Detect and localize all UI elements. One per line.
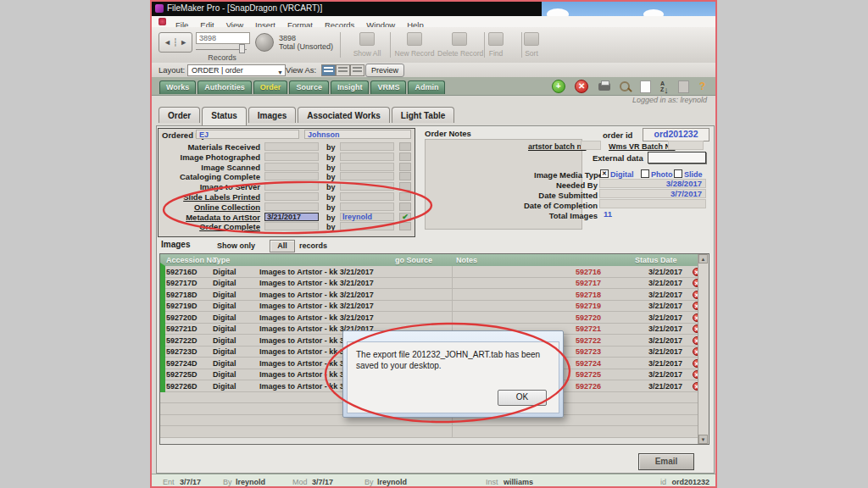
status-checkbox[interactable] bbox=[399, 152, 411, 161]
media-checkbox-slide[interactable] bbox=[674, 169, 682, 178]
show-all-records-button[interactable]: All bbox=[270, 240, 295, 252]
artstor-batch-label[interactable]: artstor batch no bbox=[528, 142, 587, 151]
status-date-field[interactable] bbox=[264, 172, 319, 180]
printer-icon[interactable] bbox=[598, 83, 610, 91]
status-checkbox[interactable] bbox=[399, 163, 411, 171]
nav-tab-vrms[interactable]: VRMS bbox=[370, 80, 406, 94]
status-by-field[interactable] bbox=[340, 222, 394, 230]
status-row-label[interactable]: Online Collection bbox=[159, 202, 260, 212]
scroll-up-icon[interactable]: ▲ bbox=[698, 254, 708, 263]
form-view-button[interactable] bbox=[321, 64, 336, 76]
record-slider[interactable] bbox=[196, 47, 247, 50]
wms-batch-label[interactable]: Wms VR Batch No bbox=[609, 142, 676, 151]
table-row[interactable]: 592719DDigitalImages to Artstor - kk 3/2… bbox=[160, 301, 699, 313]
status-row-label[interactable]: Order Complete bbox=[159, 222, 260, 231]
search-icon[interactable] bbox=[620, 81, 630, 92]
record-navigation-book[interactable]: ◄ ┆ ► bbox=[159, 32, 192, 53]
status-by-field[interactable]: lreynold bbox=[340, 213, 394, 221]
wms-batch-field[interactable] bbox=[668, 141, 704, 150]
table-row[interactable]: 592718DDigitalImages to Artstor - kk 3/2… bbox=[160, 289, 699, 301]
nav-tab-insight[interactable]: Insight bbox=[331, 80, 370, 94]
status-checkbox[interactable] bbox=[399, 142, 411, 151]
status-date-field[interactable] bbox=[264, 222, 319, 230]
status-checkbox[interactable] bbox=[399, 182, 411, 191]
artstor-batch-field[interactable] bbox=[581, 141, 601, 150]
order-id-field[interactable]: ord201232 bbox=[643, 128, 709, 141]
status-date-field[interactable]: 3/21/2017 bbox=[264, 213, 319, 221]
ordered-by-name-field[interactable]: Johnson bbox=[304, 130, 411, 139]
total-images-field[interactable]: 11 bbox=[599, 209, 706, 219]
list-view-button[interactable] bbox=[336, 64, 350, 76]
table-row[interactable]: 592716DDigitalImages to Artstor - kk 3/2… bbox=[160, 266, 699, 278]
status-checkbox[interactable] bbox=[399, 202, 411, 211]
external-data-button[interactable] bbox=[648, 152, 706, 164]
status-date-field[interactable] bbox=[264, 192, 319, 201]
table-view-button[interactable] bbox=[350, 64, 364, 76]
nav-tab-source[interactable]: Source bbox=[289, 80, 329, 94]
status-date-field[interactable] bbox=[264, 163, 319, 171]
table-row[interactable]: 592717DDigitalImages to Artstor - kk 3/2… bbox=[160, 278, 699, 290]
date-submitted-field[interactable]: 3/7/2017 bbox=[599, 189, 706, 198]
status-by-field[interactable] bbox=[340, 202, 394, 211]
status-row: Materials Receivedby bbox=[159, 142, 415, 152]
cell-accession: 592724D bbox=[166, 359, 198, 368]
ok-button[interactable]: OK bbox=[498, 390, 547, 406]
nav-tab-authorities[interactable]: Authorities bbox=[198, 80, 252, 94]
nav-tab-works[interactable]: Works bbox=[159, 80, 196, 94]
table-scrollbar[interactable]: ▲ ▼ bbox=[698, 254, 709, 444]
sort-az-icon[interactable]: AZ↓ bbox=[660, 80, 669, 93]
preview-button[interactable]: Preview bbox=[365, 64, 404, 77]
record-tab-associated-works[interactable]: Associated Works bbox=[298, 107, 390, 123]
media-checkbox-digital[interactable]: ✕ bbox=[600, 169, 609, 178]
record-tab-images[interactable]: Images bbox=[248, 107, 296, 123]
col-type: Type bbox=[213, 256, 230, 264]
cell-type: Digital bbox=[213, 279, 236, 287]
help-icon[interactable]: ? bbox=[699, 80, 705, 92]
scroll-down-icon[interactable]: ▼ bbox=[698, 435, 708, 444]
status-row: Metadata to ArtStor3/21/2017bylreynold✔ bbox=[159, 213, 415, 222]
needed-by-field[interactable]: 3/28/2017 bbox=[599, 179, 706, 188]
status-by-field[interactable] bbox=[340, 142, 394, 151]
status-checkbox[interactable]: ✔ bbox=[399, 213, 411, 221]
status-by-field[interactable] bbox=[340, 182, 394, 191]
window-icon[interactable] bbox=[678, 80, 689, 93]
cell-accession: 592718D bbox=[166, 291, 198, 299]
nav-tab-admin[interactable]: Admin bbox=[408, 80, 445, 94]
status-date-field[interactable] bbox=[264, 182, 319, 191]
status-by-field[interactable] bbox=[340, 172, 394, 180]
record-slider-handle[interactable] bbox=[239, 44, 245, 53]
status-checkbox[interactable] bbox=[399, 222, 411, 230]
sort-button[interactable]: Sort bbox=[509, 32, 554, 58]
status-date-field[interactable] bbox=[264, 152, 319, 161]
current-record-input[interactable]: 3898 bbox=[196, 32, 250, 44]
module-nav-bar: WorksAuthoritiesOrderSourceInsightVRMSAd… bbox=[152, 77, 715, 96]
status-row-label[interactable]: Metadata to ArtStor bbox=[159, 213, 260, 222]
status-by-field[interactable] bbox=[340, 192, 394, 201]
nav-tab-order[interactable]: Order bbox=[253, 80, 288, 94]
remove-icon[interactable]: ✕ bbox=[575, 80, 588, 93]
document-icon[interactable] bbox=[640, 80, 651, 93]
record-tab-light-table[interactable]: Light Table bbox=[392, 107, 455, 123]
status-date-field[interactable] bbox=[264, 142, 319, 151]
media-checkbox-photo[interactable] bbox=[641, 169, 649, 178]
dialog-body: The export file 201232_JOHN_ART.tab has … bbox=[347, 341, 559, 413]
table-row[interactable]: 592720DDigitalImages to Artstor - kk 3/2… bbox=[160, 312, 699, 324]
status-row: Slide Labels Printedby bbox=[159, 192, 415, 202]
status-by-field[interactable] bbox=[340, 163, 394, 171]
status-by-field[interactable] bbox=[340, 152, 394, 161]
show-all-button[interactable]: Show All bbox=[345, 32, 389, 58]
email-button[interactable]: Email bbox=[638, 453, 694, 470]
new-record-button[interactable]: New Record bbox=[392, 32, 437, 58]
add-icon[interactable]: + bbox=[552, 80, 565, 93]
date-completion-field[interactable] bbox=[599, 199, 706, 208]
status-row-label[interactable]: Slide Labels Printed bbox=[159, 192, 260, 202]
by-label: by bbox=[326, 153, 336, 162]
record-tab-status[interactable]: Status bbox=[202, 107, 247, 125]
status-checkbox[interactable] bbox=[399, 192, 411, 201]
total-count: 3898 bbox=[279, 34, 296, 42]
ordered-by-initials-field[interactable]: EJ bbox=[196, 130, 299, 139]
status-date-field[interactable] bbox=[264, 202, 319, 211]
layout-dropdown[interactable]: ORDER | order▼ bbox=[187, 64, 286, 76]
status-checkbox[interactable] bbox=[399, 172, 411, 180]
record-tab-order[interactable]: Order bbox=[159, 107, 200, 123]
